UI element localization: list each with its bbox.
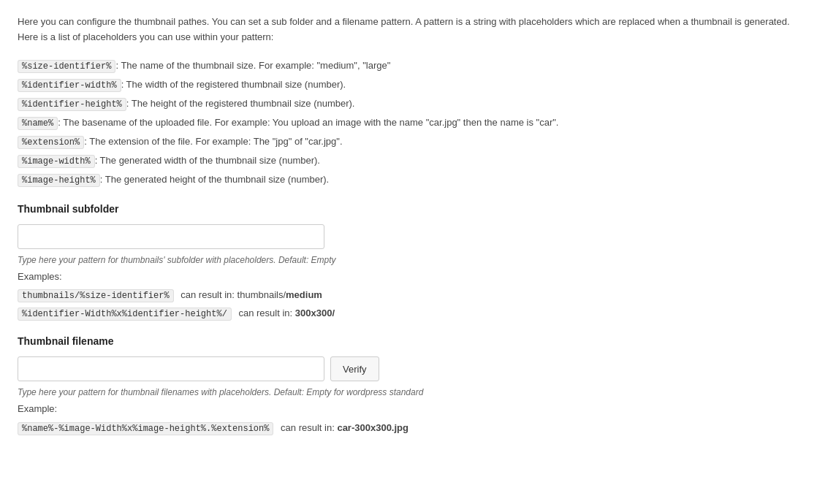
subfolder-input[interactable] xyxy=(18,224,324,249)
placeholder-item: %extension%: The extension of the file. … xyxy=(18,134,799,149)
verify-button[interactable]: Verify xyxy=(330,356,379,381)
placeholder-item: %image-height%: The generated height of … xyxy=(18,172,799,187)
subfolder-section-title: Thumbnail subfolder xyxy=(18,202,799,217)
filename-helper-text: Type here your pattern for thumbnail fil… xyxy=(18,386,799,399)
subfolder-examples: thumbnails/%size-identifier% can result … xyxy=(18,288,799,321)
placeholder-item: %size-identifier%: The name of the thumb… xyxy=(18,58,799,73)
subfolder-examples-label: Examples: xyxy=(18,270,799,284)
intro-text: Here you can configure the thumbnail pat… xyxy=(18,15,799,45)
placeholder-item: %identifier-width%: The width of the reg… xyxy=(18,77,799,92)
filename-example-row: %name%-%image-Width%x%image-height%.%ext… xyxy=(18,421,799,435)
filename-section-title: Thumbnail filename xyxy=(18,334,799,349)
subfolder-example-row: %identifier-Width%x%identifier-height%/ … xyxy=(18,306,799,321)
filename-examples: %name%-%image-Width%x%image-height%.%ext… xyxy=(18,421,799,435)
placeholder-item: %image-width%: The generated width of th… xyxy=(18,153,799,168)
subfolder-example-row: thumbnails/%size-identifier% can result … xyxy=(18,288,799,302)
subfolder-helper-text: Type here your pattern for thumbnails' s… xyxy=(18,253,799,267)
filename-input-row: Verify xyxy=(18,356,799,381)
placeholder-list: %size-identifier%: The name of the thumb… xyxy=(18,58,799,187)
placeholder-item: %identifier-height%: The height of the r… xyxy=(18,96,799,111)
placeholder-item: %name%: The basename of the uploaded fil… xyxy=(18,115,799,130)
filename-example-label: Example: xyxy=(18,402,799,416)
filename-input[interactable] xyxy=(18,356,324,381)
